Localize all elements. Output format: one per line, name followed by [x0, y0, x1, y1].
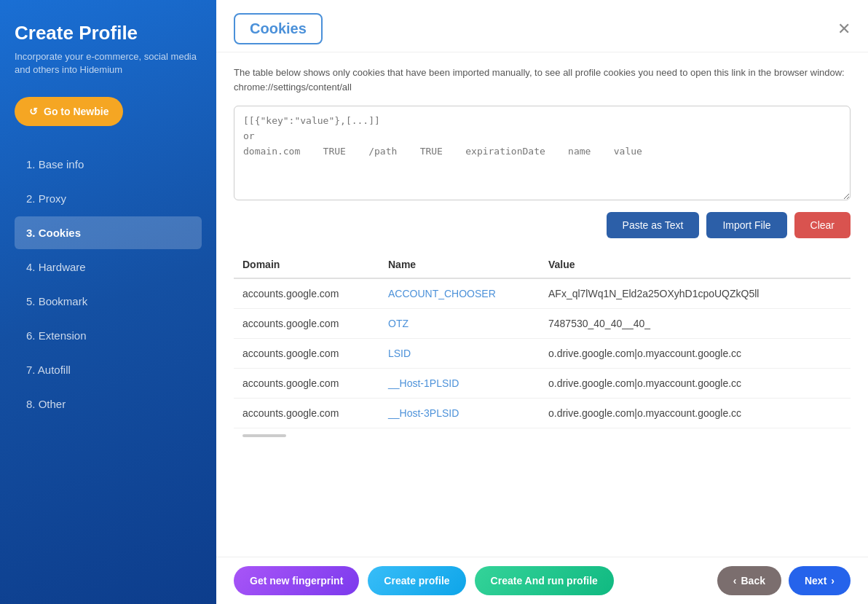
info-text: The table below shows only cookies that …	[234, 66, 851, 94]
sidebar-item-hardware[interactable]: 4. Hardware	[15, 251, 202, 283]
sidebar-item-extension[interactable]: 6. Extension	[15, 319, 202, 352]
sidebar-item-proxy[interactable]: 2. Proxy	[15, 182, 202, 215]
table-row: accounts.google.com__Host-3PLSIDo.drive.…	[234, 399, 851, 428]
close-button[interactable]: ✕	[837, 21, 851, 37]
paste-as-text-button[interactable]: Paste as Text	[607, 212, 700, 238]
table-row: accounts.google.com__Host-1PLSIDo.drive.…	[234, 369, 851, 399]
cell-value: AFx_ql7lWq1N_Eld2a25OXyhD1cpoUQZkQ5ll	[540, 278, 851, 309]
cookies-table: Domain Name Value accounts.google.comACC…	[234, 251, 851, 428]
cell-name[interactable]: __Host-1PLSID	[379, 369, 540, 399]
sidebar-item-bookmark[interactable]: 5. Bookmark	[15, 285, 202, 318]
sidebar: Create Profile Incorporate your e-commer…	[0, 0, 216, 604]
section-badge: Cookies	[234, 13, 323, 44]
get-fingerprint-button[interactable]: Get new fingerprint	[234, 566, 359, 595]
scroll-indicator	[242, 434, 286, 437]
next-label: Next	[805, 575, 826, 587]
clear-button[interactable]: Clear	[794, 212, 851, 238]
table-row: accounts.google.comACCOUNT_CHOOSERAFx_ql…	[234, 278, 851, 309]
sidebar-item-other[interactable]: 8. Other	[15, 388, 202, 420]
cell-domain: accounts.google.com	[234, 369, 379, 399]
sidebar-item-autofill[interactable]: 7. Autofill	[15, 353, 202, 386]
next-chevron-icon: ›	[831, 575, 835, 587]
main-panel: Cookies ✕ The table below shows only coo…	[216, 0, 868, 604]
sidebar-item-cookies[interactable]: 3. Cookies	[15, 216, 202, 249]
go-newbie-label: Go to Newbie	[44, 106, 108, 117]
table-row: accounts.google.comOTZ7487530_40_40__40_	[234, 309, 851, 339]
import-file-button[interactable]: Import File	[706, 212, 786, 238]
cell-value: 7487530_40_40__40_	[540, 309, 851, 339]
cell-domain: accounts.google.com	[234, 309, 379, 339]
sidebar-subtitle: Incorporate your e-commerce, social medi…	[15, 50, 202, 77]
cell-domain: accounts.google.com	[234, 399, 379, 428]
col-header-name: Name	[379, 251, 540, 278]
main-body: The table below shows only cookies that …	[216, 52, 868, 557]
cell-name[interactable]: OTZ	[379, 309, 540, 339]
cell-value: o.drive.google.com|o.myaccount.google.cc	[540, 369, 851, 399]
footer: Get new fingerprint Create profile Creat…	[216, 557, 868, 604]
cell-name[interactable]: LSID	[379, 339, 540, 369]
cell-name[interactable]: ACCOUNT_CHOOSER	[379, 278, 540, 309]
main-header: Cookies ✕	[216, 0, 868, 52]
cell-domain: accounts.google.com	[234, 339, 379, 369]
create-run-button[interactable]: Create And run profile	[475, 566, 614, 595]
footer-left: Get new fingerprint Create profile Creat…	[234, 566, 614, 595]
sidebar-item-base-info[interactable]: 1. Base info	[15, 148, 202, 181]
cell-value: o.drive.google.com|o.myaccount.google.cc	[540, 399, 851, 428]
action-row: Paste as Text Import File Clear	[234, 212, 851, 238]
cell-name[interactable]: __Host-3PLSID	[379, 399, 540, 428]
col-header-domain: Domain	[234, 251, 379, 278]
col-header-value: Value	[540, 251, 851, 278]
nav-list: 1. Base info2. Proxy3. Cookies4. Hardwar…	[15, 148, 202, 422]
create-profile-button[interactable]: Create profile	[368, 566, 465, 595]
table-header-row: Domain Name Value	[234, 251, 851, 278]
go-newbie-button[interactable]: ↺ Go to Newbie	[15, 97, 123, 126]
back-button[interactable]: ‹ Back	[717, 566, 781, 595]
refresh-icon: ↺	[29, 106, 38, 117]
back-label: Back	[741, 575, 765, 587]
footer-right: ‹ Back Next ›	[717, 566, 851, 595]
table-row: accounts.google.comLSIDo.drive.google.co…	[234, 339, 851, 369]
cookies-textarea[interactable]	[234, 106, 851, 200]
sidebar-title: Create Profile	[15, 22, 202, 44]
cell-value: o.drive.google.com|o.myaccount.google.cc	[540, 339, 851, 369]
next-button[interactable]: Next ›	[789, 566, 851, 595]
cell-domain: accounts.google.com	[234, 278, 379, 309]
back-chevron-icon: ‹	[733, 575, 737, 587]
